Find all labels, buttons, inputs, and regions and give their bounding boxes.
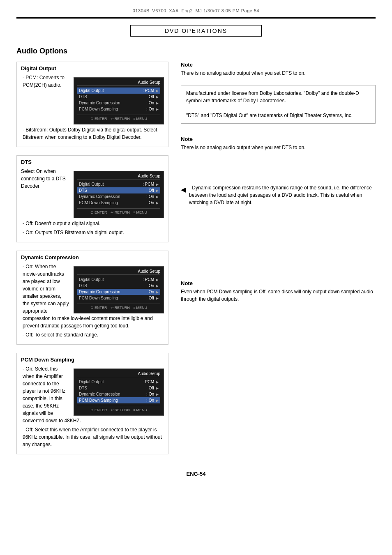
pcm-menu-title: Audio Setup [77, 371, 160, 377]
dts-menu-title: Audio Setup [77, 174, 160, 180]
main-layout: Digital Output Audio Setup Digital Outpu… [16, 62, 376, 463]
digital-output-note-section: Note There is no analog audio output whe… [181, 62, 376, 124]
right-column: Note There is no analog audio output whe… [177, 62, 376, 463]
section-title: Audio Options [16, 47, 376, 55]
pcm-menu-row-pcm: PCM Down Sampling : On ▶ [77, 397, 160, 403]
pcm-menu: Audio Setup Digital Output : PCM ▶ DTS :… [74, 368, 164, 416]
dts-menu-row-dts: DTS : Off ▶ [77, 187, 160, 193]
arrow-left-icon: ◀ [181, 185, 186, 195]
dynamic-compression-block: Dynamic Compression Audio Setup Digital … [16, 251, 168, 345]
dts-note-text: There is no analog audio output when you… [181, 144, 376, 151]
dts-menu-row-digital: Digital Output : PCM ▶ [77, 181, 160, 187]
page-container: 01304B_V6700_XAA_Eng2_MJ 1/30/07 8:05 PM… [0, 0, 392, 555]
menu-row-dts: DTS : Off ▶ [77, 94, 160, 100]
dolby-info-box: Manufactured under license from Dolby La… [181, 85, 376, 124]
dolby-info-text: Manufactured under license from Dolby La… [186, 90, 359, 118]
pcm-menu-row-dynamic: Dynamic Compression : On ▶ [77, 391, 160, 397]
digital-output-note-title: Note [181, 62, 376, 68]
dynamic-menu-row-dts: DTS : On ▶ [77, 283, 160, 289]
dts-menu-bottom: ⊙ ENTER ↩ RETURN ≡ MENU [77, 208, 160, 214]
page-number: ENG-54 [16, 471, 376, 477]
dynamic-off-text: - Off: To select the standard range. [21, 331, 164, 339]
dts-note: Note There is no analog audio output whe… [181, 136, 376, 151]
pcm-off-text: - Off: Select this when the Amplifier co… [21, 426, 164, 448]
menu-title-bar: Audio Setup [77, 80, 160, 86]
digital-output-inner: Digital Output Audio Setup Digital Outpu… [16, 62, 168, 147]
dynamic-menu: Audio Setup Digital Output : PCM ▶ DTS :… [74, 266, 164, 313]
dts-block: DTS Audio Setup Digital Output : PCM ▶ D… [16, 155, 168, 242]
pcm-note-title: Note [181, 280, 376, 286]
digital-output-block: Digital Output Audio Setup Digital Outpu… [16, 62, 168, 147]
pcm-note-text: Even when PCM Down sampling is Off, some… [181, 288, 376, 303]
pcm-title: PCM Down Sampling [21, 357, 164, 363]
dynamic-menu-title: Audio Setup [77, 269, 160, 275]
dts-inner: DTS Audio Setup Digital Output : PCM ▶ D… [16, 155, 168, 242]
dts-note-title: Note [181, 136, 376, 142]
menu-row-pcm: PCM Down Sampling : On ▶ [77, 106, 160, 112]
dynamic-compression-note-text: - Dynamic compression restrains the dyna… [189, 184, 376, 206]
left-column: Digital Output Audio Setup Digital Outpu… [16, 62, 168, 463]
digital-output-note-text: There is no analog audio output when you… [181, 69, 376, 77]
dts-title: DTS [21, 159, 164, 165]
dynamic-menu-row-digital: Digital Output : PCM ▶ [77, 276, 160, 283]
dts-on-text: - On: Outputs DTS Bitstream via digital … [21, 229, 164, 236]
menu-row-dynamic: Dynamic Compression : On ▶ [77, 100, 160, 106]
menu-bottom-1: ⊙ ENTER ↩ RETURN ≡ MENU [77, 115, 160, 121]
dynamic-note-section: ◀ - Dynamic compression restrains the dy… [181, 184, 376, 206]
title-box: DVD Operations [130, 25, 262, 37]
pcm-inner: PCM Down Sampling Audio Setup Digital Ou… [16, 353, 168, 454]
pcm-menu-row-dts: DTS : Off ▶ [77, 385, 160, 391]
pcm-note-section: Note Even when PCM Down sampling is Off,… [181, 280, 376, 303]
pcm-menu-bottom: ⊙ ENTER ↩ RETURN ≡ MENU [77, 406, 160, 412]
page-title-text: DVD Operations [165, 28, 227, 34]
dts-note-section: Note There is no analog audio output whe… [181, 136, 376, 151]
dts-menu-row-pcm: PCM Down Sampling : On ▶ [77, 200, 160, 206]
dynamic-compression-note: ◀ - Dynamic compression restrains the dy… [181, 184, 376, 206]
dynamic-menu-row-dynamic: Dynamic Compression : On ▶ [77, 289, 160, 295]
pcm-down-sampling-block: PCM Down Sampling Audio Setup Digital Ou… [16, 353, 168, 454]
page-header: 01304B_V6700_XAA_Eng2_MJ 1/30/07 8:05 PM… [16, 8, 376, 13]
digital-output-note: Note There is no analog audio output whe… [181, 62, 376, 77]
menu-row-digital-output: Digital Output : PCM ▶ [77, 88, 160, 94]
top-line-2 [16, 18, 376, 19]
dts-off-text: - Off: Doesn't output a digital signal. [21, 220, 164, 227]
dynamic-compression-title: Dynamic Compression [21, 254, 164, 260]
digital-output-bitstream-text: - Bitstream: Outputs Dolby Digital via t… [21, 126, 164, 141]
digital-output-title: Digital Output [21, 65, 164, 71]
digital-output-menu: Audio Setup Digital Output : PCM ▶ DTS :… [74, 77, 164, 124]
dynamic-compression-inner: Dynamic Compression Audio Setup Digital … [16, 251, 168, 345]
dynamic-menu-row-pcm: PCM Down Sampling : Off ▶ [77, 295, 160, 301]
pcm-note: Note Even when PCM Down sampling is Off,… [181, 280, 376, 303]
pcm-menu-row-digital: Digital Output : PCM ▶ [77, 379, 160, 385]
dts-menu-row-dynamic: Dynamic Compression : On ▶ [77, 193, 160, 200]
dynamic-menu-bottom: ⊙ ENTER ↩ RETURN ≡ MENU [77, 304, 160, 310]
dts-menu: Audio Setup Digital Output : PCM ▶ DTS :… [74, 171, 164, 218]
top-line-1 [16, 17, 376, 18]
